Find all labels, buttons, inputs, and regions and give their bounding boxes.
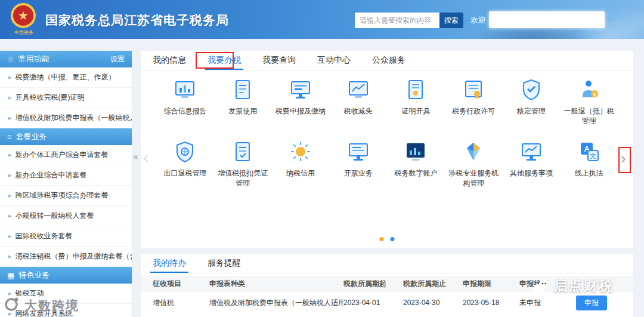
service-label: 出口退税管理 <box>163 168 206 178</box>
grid-icon: ▦ <box>7 271 14 280</box>
sidebar-item[interactable]: ▸ 新办个体工商户综合申请套餐 <box>0 145 132 165</box>
pager-dot-active[interactable] <box>380 237 384 241</box>
service-label: 税费申报及缴纳 <box>275 106 326 116</box>
service-item[interactable]: 税费申报及缴纳 <box>272 78 330 125</box>
cell-project: 增值税 <box>153 298 209 308</box>
tab-inquiry[interactable]: 我要查询 <box>260 51 298 70</box>
service-label: 线上执法 <box>575 168 603 178</box>
invoice-icon <box>231 78 255 101</box>
dashu-logo-icon <box>4 296 20 315</box>
cell-deadline: 2023-05-18 <box>463 298 519 307</box>
tab-my-info[interactable]: 我的信息 <box>150 51 188 70</box>
sidebar-item[interactable]: ▸ 增值税及附加税费申报表（一般纳税人... <box>0 108 132 128</box>
online-enforcement-icon: A文 <box>577 140 601 164</box>
tab-tax-handling[interactable]: 我要办税 <box>205 51 243 70</box>
col-header: 申报表种类 <box>209 279 343 289</box>
sidebar-item[interactable]: ▸ 国际税收业务套餐 <box>0 226 132 247</box>
cell-status: 未申报 <box>519 298 576 308</box>
bullet-icon: ▸ <box>8 67 12 87</box>
sidebar-item[interactable]: ▸ 新办企业综合申请套餐 <box>0 165 132 186</box>
table-row: 增值税 增值税及附加税费申报表（一般纳税人适用） 2023-04-01 2023… <box>141 292 633 313</box>
col-header: 税款所属期起 <box>343 279 403 289</box>
cell-action: 申报 <box>576 296 633 310</box>
service-label: 发票使用 <box>228 106 257 116</box>
service-item[interactable]: 涉税专业服务机构管理 <box>445 140 503 187</box>
bullet-icon: ▸ <box>8 226 12 246</box>
sidebar-item[interactable]: ▸ 小规模转一般纳税人套餐 <box>0 206 132 226</box>
svg-text:¥: ¥ <box>592 91 596 97</box>
service-label: 涉税专业服务机构管理 <box>446 168 501 187</box>
service-item[interactable]: 税收减免 <box>329 78 387 125</box>
service-item[interactable]: ¥ 一般退（抵）税管理 <box>560 78 618 125</box>
service-item[interactable]: 纳税信用 <box>272 140 330 187</box>
service-label: 增值税抵扣凭证管理 <box>215 168 270 187</box>
sidebar-item[interactable]: ▸ 清税注销税（费）申报及缴纳套餐（含... <box>0 247 132 267</box>
carousel-next-icon[interactable]: › <box>621 149 626 168</box>
bullet-icon: ▸ <box>8 145 12 165</box>
service-item[interactable]: 出口退税管理 <box>156 140 214 187</box>
tab-my-todo[interactable]: 我的待办 <box>150 254 188 273</box>
cell-form: 增值税及附加税费申报表（一般纳税人适用） <box>209 298 343 308</box>
service-label: 核定管理 <box>517 106 546 116</box>
section-title: 特色业务 <box>18 270 49 281</box>
service-label: 开票业务 <box>344 168 373 178</box>
section-title: 套餐业务 <box>16 131 47 142</box>
top-header: ★ 中国税务 国家税务总局江苏省电子税务局 搜索 欢迎 <box>0 0 644 39</box>
service-item[interactable]: 核定管理 <box>503 78 561 125</box>
settings-link[interactable]: 设置 <box>110 54 125 64</box>
service-item[interactable]: 发票使用 <box>214 78 272 125</box>
service-label: 税务行政许可 <box>452 106 495 116</box>
watermark-dashukuajing: 大数跨境 <box>4 296 79 315</box>
sidebar-item-label: 税费缴纳（申报、更正、作废） <box>16 67 116 87</box>
sidebar-item-label: 跨区域涉税事项综合办理套餐 <box>16 186 109 205</box>
header-search: 搜索 <box>355 13 463 28</box>
service-item[interactable]: 其他服务事项 <box>503 140 561 187</box>
sidebar-item[interactable]: ▸ 跨区域涉税事项综合办理套餐 <box>0 186 132 206</box>
service-item[interactable]: 税务行政许可 <box>445 78 503 125</box>
service-label: 纳税信用 <box>286 168 315 178</box>
carousel-prev-icon[interactable]: ‹ <box>143 148 148 167</box>
layers-icon: ≡ <box>7 133 12 141</box>
billing-monitor-icon <box>346 140 370 164</box>
sidebar-collapse-icon[interactable]: « <box>133 151 138 161</box>
service-item[interactable]: A文 线上执法 <box>560 140 618 187</box>
agency-diamond-icon <box>462 140 485 164</box>
service-item[interactable]: 综合信息报告 <box>156 78 214 125</box>
cell-period-start: 2023-04-01 <box>343 298 403 307</box>
watermark-text: 大数跨境 <box>24 297 79 314</box>
col-header: 征收项目 <box>153 279 209 289</box>
emblem-caption: 中国税务 <box>7 29 41 36</box>
svg-text:文: 文 <box>590 152 596 159</box>
tax-relief-chart-icon <box>346 78 370 101</box>
service-item[interactable]: 证明开具 <box>387 78 445 125</box>
search-button[interactable]: 搜索 <box>439 13 463 28</box>
left-sidebar: ☆ 常用功能 设置 ▸ 税费缴纳（申报、更正、作废） ▸ 开具税收完税(费)证明… <box>0 51 132 317</box>
sidebar-item[interactable]: ▸ 开具税收完税(费)证明 <box>0 88 132 108</box>
sidebar-item-label: 新办个体工商户综合申请套餐 <box>16 145 109 165</box>
sidebar-item-label: 清税注销税（费）申报及缴纳套餐（含... <box>16 247 132 266</box>
welcome-text: 欢迎 <box>470 15 486 26</box>
star-icon: ☆ <box>7 55 14 64</box>
pager-dot[interactable] <box>391 237 395 241</box>
service-label: 税收减免 <box>344 106 373 116</box>
search-input[interactable] <box>355 13 439 28</box>
tab-service-reminder[interactable]: 服务提醒 <box>205 254 243 273</box>
bullet-icon: ▸ <box>8 165 12 185</box>
username-redaction-box <box>489 11 605 28</box>
tab-public-service[interactable]: 公众服务 <box>370 51 408 70</box>
col-header: 申报期限 <box>463 279 519 289</box>
bullet-icon: ▸ <box>8 206 12 226</box>
sidebar-item[interactable]: ▸ 税费缴纳（申报、更正、作废） <box>0 67 132 88</box>
service-item[interactable]: 开票业务 <box>329 140 387 187</box>
digital-account-icon <box>404 140 428 164</box>
export-shield-icon <box>173 140 197 164</box>
watermark-qidian: 启点财税 <box>532 276 614 295</box>
cell-period-end: 2023-04-30 <box>403 298 463 307</box>
declare-button[interactable]: 申报 <box>576 296 607 310</box>
sidebar-section-common: ☆ 常用功能 设置 <box>0 51 132 67</box>
tab-interaction[interactable]: 互动中心 <box>315 51 353 70</box>
service-item[interactable]: 税务数字账户 <box>387 140 445 187</box>
bullet-icon: ▸ <box>8 247 12 266</box>
service-label: 税务数字账户 <box>394 168 437 178</box>
service-item[interactable]: 增值税抵扣凭证管理 <box>214 140 272 187</box>
